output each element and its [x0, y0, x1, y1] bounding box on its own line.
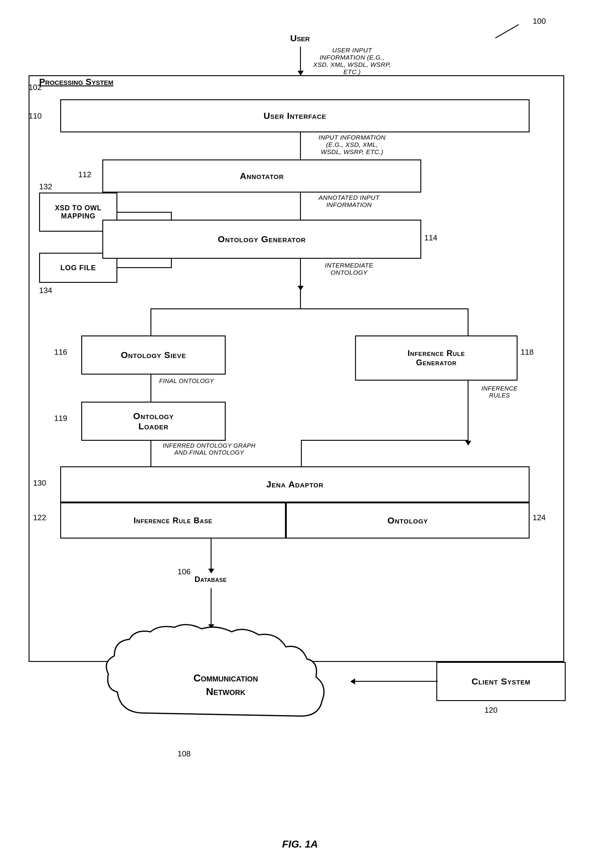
annotator-label: Annotator	[240, 171, 284, 181]
line-xsd-h	[117, 212, 171, 213]
line-fork-right	[300, 308, 468, 309]
inference-rule-generator-box: Inference RuleGenerator	[355, 335, 518, 380]
arrow-fork-right	[468, 308, 468, 335]
fig-label: FIG. 1A	[282, 838, 318, 850]
ontology-generator-box: Ontology Generator	[102, 220, 421, 259]
jena-adaptor-box: Jena Adaptor	[60, 467, 530, 503]
ref-110: 110	[29, 111, 41, 121]
ref-100: 100	[533, 17, 546, 26]
ontology-loader-label: OntologyLoader	[133, 411, 174, 432]
line-irg-jena	[301, 440, 468, 441]
arrow-irg-down	[468, 380, 468, 441]
ref-118: 118	[521, 347, 533, 357]
ref-134: 134	[39, 286, 52, 295]
inferred-ontology-label: INFERRED ONTOLOGY GRAPHand FINAL ONTOLOG…	[156, 442, 262, 456]
ref-130: 130	[33, 479, 46, 488]
inference-rule-generator-label: Inference RuleGenerator	[408, 349, 465, 367]
line-log-h	[117, 267, 171, 268]
ref-116: 116	[54, 347, 67, 357]
user-interface-box: User Interface	[60, 99, 530, 132]
user-interface-label: User Interface	[264, 111, 326, 121]
svg-text:Network: Network	[206, 686, 245, 697]
client-system-label: Client System	[471, 676, 530, 686]
communication-network-cloud: Communication Network	[90, 623, 361, 743]
intermediate-ontology-label: IntermediateOntology	[307, 262, 391, 276]
ref-122: 122	[33, 513, 46, 522]
inference-rules-label: InferenceRules	[470, 385, 530, 399]
arrow-irg-jena-r	[468, 440, 468, 441]
ref-114: 114	[424, 233, 437, 242]
annotator-box: Annotator	[102, 159, 421, 192]
arrow-loader-down	[150, 441, 152, 468]
arrow-ui-down	[300, 132, 301, 159]
jena-adaptor-label: Jena Adaptor	[266, 479, 323, 489]
arrow-db-cloud	[211, 588, 212, 624]
inference-rule-base-label: Inference Rule Base	[133, 516, 212, 525]
ref-108: 108	[177, 749, 191, 759]
arrow-fork-trunk	[300, 285, 301, 309]
arrow-ann-down	[300, 192, 301, 220]
input-info-label: INPUT INFORMATION(e.g., XSD, XML,WSDL, W…	[307, 134, 397, 156]
ref-124: 124	[533, 513, 545, 522]
user-label: User	[290, 33, 310, 43]
final-ontology-label: FINAL ONTOLOGY	[156, 377, 217, 385]
svg-text:Communication: Communication	[194, 672, 258, 683]
line-fork-left	[150, 308, 301, 309]
log-file-label: LOG FILE	[61, 264, 96, 272]
diagram: 100 User USER INPUTINFORMATION (e.g.,XSD…	[0, 0, 600, 868]
processing-system-label: Processing System	[39, 77, 114, 87]
ref-102: 102	[29, 83, 41, 92]
ref-120: 120	[485, 706, 497, 715]
ontology-box: Ontology	[286, 503, 530, 539]
arrow-sieve-down	[150, 374, 152, 401]
xsd-owl-label: XSD TO OWLMAPPING	[55, 204, 102, 220]
arrow-user-down	[300, 47, 301, 71]
arrow-ontogen-down	[300, 259, 301, 286]
arrow-irb-db	[211, 539, 212, 569]
arrow-center-jena	[301, 440, 302, 467]
ontology-generator-label: Ontology Generator	[218, 234, 306, 244]
ontology-sieve-box: Ontology Sieve	[81, 335, 226, 374]
ontology-loader-box: OntologyLoader	[81, 401, 226, 441]
ref-112: 112	[78, 170, 91, 179]
arrow-fork-left	[150, 308, 152, 335]
ontology-label: Ontology	[388, 515, 428, 526]
arrow-100	[495, 24, 519, 38]
annotated-input-label: ANNOTATED INPUTINFORMATION	[307, 194, 391, 209]
ontology-sieve-label: Ontology Sieve	[121, 350, 186, 360]
ref-119: 119	[54, 414, 67, 423]
inference-rule-base-box: Inference Rule Base	[60, 503, 286, 539]
user-input-label: USER INPUTINFORMATION (e.g.,XSD, XML, WS…	[307, 47, 397, 76]
arrow-client-cloud	[355, 681, 438, 682]
ref-132: 132	[39, 182, 52, 191]
client-system-box: Client System	[436, 662, 566, 701]
ref-106: 106	[177, 567, 191, 576]
